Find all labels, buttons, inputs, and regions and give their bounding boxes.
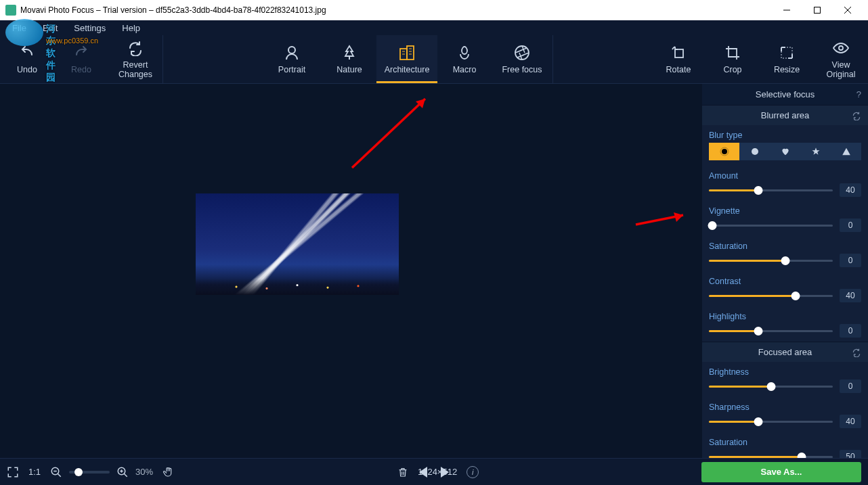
zoom-out-button[interactable] — [50, 466, 62, 478]
next-image-button[interactable] — [439, 467, 449, 478]
sidebar: Selective focus ? Blurred area Blur type… — [702, 84, 868, 458]
blur-type-heart[interactable] — [770, 143, 800, 160]
svg-line-25 — [58, 474, 61, 477]
svg-marker-31 — [419, 467, 427, 478]
sharpness-value[interactable]: 40 — [840, 415, 861, 428]
svg-rect-14 — [675, 49, 683, 57]
saturation-slider[interactable] — [709, 254, 833, 267]
save-as-button[interactable]: Save As... — [701, 462, 861, 482]
section-blurred-area[interactable]: Blurred area — [702, 105, 868, 125]
sharpness-label: Sharpness — [709, 402, 861, 412]
nature-icon — [341, 45, 357, 61]
minimize-button[interactable] — [771, 0, 802, 20]
sidebar-title: Selective focus ? — [702, 84, 868, 105]
amount-slider[interactable] — [709, 184, 833, 196]
crop-button[interactable]: Crop — [706, 35, 760, 83]
macro-icon — [456, 45, 473, 61]
fsat-slider[interactable] — [709, 451, 833, 458]
preset-portrait[interactable]: Portrait — [261, 35, 322, 83]
highlights-value[interactable]: 0 — [840, 324, 861, 338]
reset-icon[interactable] — [852, 111, 861, 120]
blur-type-triangle[interactable] — [831, 143, 861, 160]
svg-rect-15 — [781, 47, 792, 58]
rotate-icon — [670, 45, 687, 61]
saturation-value[interactable]: 0 — [840, 254, 861, 267]
brightness-slider[interactable] — [709, 380, 833, 392]
close-button[interactable] — [832, 0, 863, 20]
amount-value[interactable]: 40 — [840, 183, 861, 197]
annotation-arrow — [634, 210, 695, 230]
highlights-slider[interactable] — [709, 325, 833, 337]
portrait-icon — [284, 45, 300, 61]
prev-image-button[interactable] — [419, 467, 429, 478]
svg-marker-20 — [674, 212, 683, 222]
svg-line-28 — [124, 474, 127, 477]
rotate-button[interactable]: Rotate — [651, 35, 706, 83]
zoom-percent: 30% — [135, 467, 153, 477]
contrast-slider[interactable] — [709, 290, 833, 302]
canvas-area[interactable] — [0, 84, 702, 458]
sharpness-slider[interactable] — [709, 415, 833, 428]
redo-button[interactable]: Redo — [54, 35, 108, 83]
reset-icon[interactable] — [852, 348, 861, 357]
preset-macro[interactable]: Macro — [437, 35, 492, 83]
blur-type-tabs — [709, 143, 861, 160]
resize-button[interactable]: Resize — [760, 35, 814, 83]
svg-point-4 — [288, 47, 295, 53]
svg-rect-1 — [814, 7, 820, 14]
blur-type-star[interactable] — [800, 143, 831, 160]
fit-button[interactable]: 1:1 — [28, 467, 41, 477]
section-focused-area[interactable]: Focused area — [702, 342, 868, 362]
architecture-icon — [398, 45, 416, 61]
vignette-slider[interactable] — [709, 219, 833, 231]
svg-line-19 — [636, 215, 683, 225]
refresh-icon — [127, 40, 144, 56]
aperture-icon — [514, 45, 530, 61]
contrast-label: Contrast — [709, 277, 861, 286]
info-button[interactable]: i — [466, 466, 479, 478]
view-original-button[interactable]: View Original — [814, 35, 868, 83]
menu-settings[interactable]: Settings — [67, 22, 112, 34]
zoom-slider[interactable] — [69, 471, 110, 474]
resize-icon — [779, 45, 795, 61]
preset-free-focus[interactable]: Free focus — [492, 35, 552, 83]
menu-help[interactable]: Help — [115, 22, 147, 34]
delete-button[interactable] — [397, 466, 408, 478]
blur-type-radial[interactable] — [709, 143, 739, 160]
redo-icon — [72, 45, 90, 61]
brightness-label: Brightness — [709, 367, 861, 377]
photo-preview[interactable] — [196, 193, 399, 295]
preset-architecture[interactable]: Architecture — [376, 35, 437, 83]
revert-changes-button[interactable]: Revert Changes — [108, 35, 162, 83]
window-title: Movavi Photo Focus – Trial version – df5… — [20, 5, 326, 15]
bottombar: 1:1 30% 1024×512 i Save As... — [0, 458, 868, 485]
menubar: File Edit Settings Help — [0, 20, 868, 35]
contrast-value[interactable]: 40 — [840, 289, 861, 302]
fullscreen-button[interactable] — [7, 466, 19, 478]
toolbar: Undo Redo Revert Changes Portrait Nature… — [0, 35, 868, 84]
maximize-button[interactable] — [802, 0, 832, 20]
vignette-label: Vignette — [709, 206, 861, 216]
fsat-value[interactable]: 50 — [840, 450, 861, 458]
app-icon — [5, 5, 16, 16]
saturation-label: Saturation — [709, 241, 861, 251]
svg-marker-32 — [441, 467, 449, 478]
undo-button[interactable]: Undo — [0, 35, 54, 83]
svg-point-23 — [752, 148, 758, 155]
annotation-arrow — [345, 87, 440, 175]
help-icon[interactable]: ? — [856, 89, 861, 99]
vignette-value[interactable]: 0 — [840, 218, 861, 232]
zoom-in-button[interactable] — [116, 466, 129, 478]
brightness-value[interactable]: 0 — [840, 379, 861, 393]
hand-tool-button[interactable] — [162, 465, 175, 479]
svg-point-21 — [722, 149, 727, 154]
preset-nature[interactable]: Nature — [322, 35, 376, 83]
svg-line-17 — [352, 99, 425, 168]
eye-icon — [832, 40, 850, 56]
blur-type-circle[interactable] — [739, 143, 770, 160]
svg-rect-7 — [407, 46, 414, 60]
menu-file[interactable]: File — [5, 22, 33, 34]
undo-icon — [18, 45, 36, 61]
menu-edit[interactable]: Edit — [36, 22, 64, 34]
window-titlebar: Movavi Photo Focus – Trial version – df5… — [0, 0, 868, 20]
